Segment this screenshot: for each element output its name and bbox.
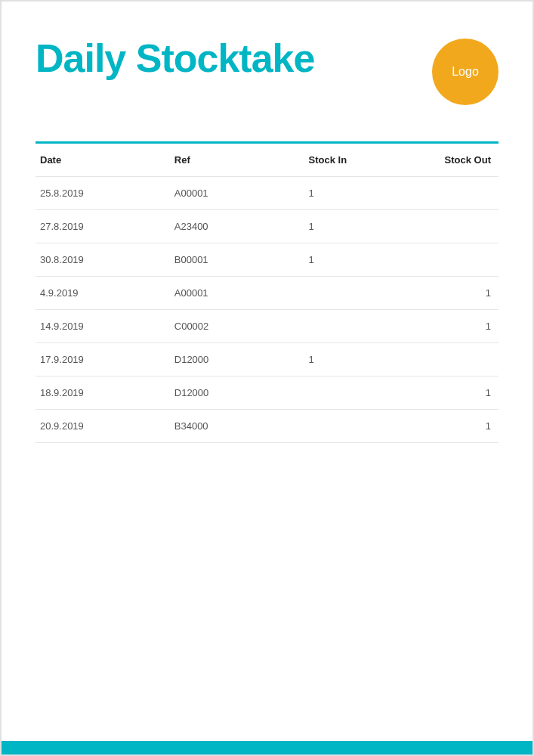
cell-stock-in xyxy=(304,310,402,343)
cell-stock-in xyxy=(304,277,402,310)
logo-text: Logo xyxy=(452,65,479,79)
cell-stock-out xyxy=(401,343,499,376)
cell-ref: A00001 xyxy=(170,277,304,310)
cell-ref: D12000 xyxy=(170,343,304,376)
cell-date: 25.8.2019 xyxy=(35,177,170,210)
cell-stock-out: 1 xyxy=(401,376,499,410)
cell-ref: C00002 xyxy=(170,310,304,343)
cell-ref: A00001 xyxy=(170,177,304,210)
table-row: 18.9.2019D120001 xyxy=(35,376,499,410)
cell-date: 20.9.2019 xyxy=(35,410,170,443)
cell-stock-out: 1 xyxy=(401,310,499,343)
cell-stock-out xyxy=(401,210,499,243)
col-header-stock-in: Stock In xyxy=(304,144,402,177)
col-header-stock-out: Stock Out xyxy=(401,144,499,177)
col-header-ref: Ref xyxy=(170,144,304,177)
cell-stock-out: 1 xyxy=(401,410,499,443)
footer-accent-bar xyxy=(2,741,532,754)
table-row: 30.8.2019B000011 xyxy=(35,243,499,277)
cell-ref: B34000 xyxy=(170,410,304,443)
cell-stock-in: 1 xyxy=(304,343,402,376)
cell-stock-in: 1 xyxy=(304,243,402,277)
cell-date: 18.9.2019 xyxy=(35,376,170,410)
cell-date: 14.9.2019 xyxy=(35,310,170,343)
cell-ref: B00001 xyxy=(170,243,304,277)
cell-date: 17.9.2019 xyxy=(35,343,170,376)
logo-badge: Logo xyxy=(432,39,499,105)
cell-ref: A23400 xyxy=(170,210,304,243)
col-header-date: Date xyxy=(35,144,170,177)
table-row: 25.8.2019A000011 xyxy=(35,177,499,210)
page-header: Daily Stocktake Logo xyxy=(35,36,499,105)
cell-stock-out xyxy=(401,177,499,210)
table-row: 4.9.2019A000011 xyxy=(35,277,499,310)
table-header-row: Date Ref Stock In Stock Out xyxy=(35,144,499,177)
cell-stock-in xyxy=(304,410,402,443)
stocktake-table: Date Ref Stock In Stock Out 25.8.2019A00… xyxy=(35,144,499,443)
cell-stock-in xyxy=(304,376,402,410)
table-row: 17.9.2019D120001 xyxy=(35,343,499,376)
cell-stock-out: 1 xyxy=(401,277,499,310)
cell-stock-out xyxy=(401,243,499,277)
table-row: 14.9.2019C000021 xyxy=(35,310,499,343)
table-row: 20.9.2019B340001 xyxy=(35,410,499,443)
cell-date: 27.8.2019 xyxy=(35,210,170,243)
cell-stock-in: 1 xyxy=(304,177,402,210)
cell-ref: D12000 xyxy=(170,376,304,410)
cell-date: 30.8.2019 xyxy=(35,243,170,277)
table-row: 27.8.2019A234001 xyxy=(35,210,499,243)
cell-date: 4.9.2019 xyxy=(35,277,170,310)
page-title: Daily Stocktake xyxy=(35,36,314,81)
cell-stock-in: 1 xyxy=(304,210,402,243)
